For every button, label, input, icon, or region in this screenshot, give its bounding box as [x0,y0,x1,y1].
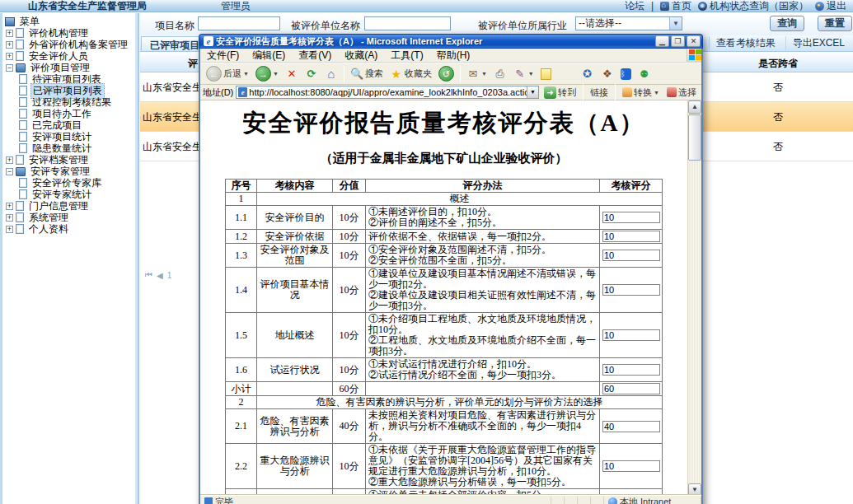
action-导出EXCEL[interactable]: 导出EXCEL [785,36,851,50]
address-url: http://localhost:8080/aqpj/UI/appro/exam… [249,87,527,97]
score-input[interactable] [602,212,660,223]
stop-icon: ✕ [285,68,298,81]
link-论坛[interactable]: 论坛 [625,0,644,13]
cross-province-cell: 否 [704,81,852,95]
toolbar-search-button[interactable]: 🔍搜索 [348,67,386,82]
toolbar-back-button[interactable]: ←后退▼ [204,65,251,82]
first-page-icon[interactable]: ⏮ [145,270,152,280]
row-method: ①安全评价对象及范围阐述不清，扣5分。 ②安全评价范围不全面，扣5分。 [366,244,600,268]
toolbar-print-button[interactable]: ⎙ [491,67,509,82]
toolbar-bluetooth-button[interactable]: ᛒ [618,68,634,81]
toolbar-stop-button[interactable]: ✕ [283,67,301,82]
tree-toggle-icon[interactable]: − [6,168,13,175]
links-button[interactable]: 链接 [588,86,611,100]
menu-编辑(E)[interactable]: 编辑(E) [246,49,292,63]
app-title: 山东省安全生产监督管理局 [28,0,147,13]
folder-icon [16,155,24,165]
tree-toggle-icon[interactable]: + [6,203,13,210]
toolbar-edit-button[interactable]: ✎▼ [511,67,537,82]
page-icon [19,178,27,188]
project-name-input[interactable] [198,16,280,30]
score-input[interactable] [602,421,660,432]
toolbar-add-favorite-button[interactable]: ✪ [579,67,597,82]
address-dropdown-icon[interactable]: ▼ [527,86,538,98]
score-input[interactable] [602,250,660,261]
tree-toggle-icon[interactable]: + [6,30,13,37]
messenger-icon: ⚉ [638,68,651,81]
toolbar-mail-button[interactable]: ✉▼ [464,67,490,82]
row-no: 2.2 [226,444,257,489]
reset-button[interactable]: 重置 [818,16,852,31]
row-method: ①未介绍项目工程地质、水文地质及环境地质情况，扣10分。 ②工程地质、水文地质及… [366,313,600,358]
link-org-status[interactable]: 机构状态查询（国家） [698,0,808,13]
maximize-button[interactable]: ❐ [671,35,685,47]
scrollbar-thumb[interactable] [688,114,701,161]
toolbar-refresh-button[interactable]: ⟳ [302,67,321,82]
tree-toggle-icon[interactable]: + [6,53,13,60]
score-row: 1.5地址概述10分①未介绍项目工程地质、水文地质及环境地质情况，扣10分。 ②… [226,313,663,358]
menu-tree: 菜单+评价机构管理+外省评价机构备案管理+安全评价人员−评价项目管理待评审项目列… [4,16,135,235]
subtotal-score-input[interactable] [602,383,660,394]
vertical-scrollbar[interactable]: ▲ ▼ [687,100,701,497]
ie-title-bar[interactable]: e 安全评价报告质量考核评分表（A） - Microsoft Internet … [199,34,703,49]
subtotal-score: 60分 [333,382,366,396]
row-method: ①未阐述评价目的，扣10分。 ②评价目的阐述不全，扣5分。 [366,206,600,230]
page-number: 1 [167,271,172,280]
menu-文件(F)[interactable]: 文件(F) [200,49,246,63]
menu-收藏(A)[interactable]: 收藏(A) [338,49,384,63]
tree-toggle-icon[interactable]: + [6,156,13,164]
score-table-header: 序号考核内容分值评分办法考核评分 [226,180,663,193]
row-method: ①建设单位及建设项目基本情况阐述不清或错误，每少一项扣2分。 ②建设单位及建设项… [366,268,600,313]
score-input[interactable] [602,364,660,376]
industry-select[interactable]: --请选择-- ▼ [575,16,682,30]
menu-工具(T)[interactable]: 工具(T) [384,49,429,63]
document-title: 安全评价报告质量考核评分表（A） [200,107,687,140]
score-row: 1.1安全评价目的10分①未阐述评价目的，扣10分。 ②评价目的阐述不全，扣5分… [226,206,663,230]
tree-toggle-icon[interactable]: + [6,41,13,49]
unit-name-input[interactable] [364,16,451,30]
tree-toggle-icon[interactable]: + [6,226,13,233]
tree-toggle-icon[interactable]: − [6,64,13,72]
sidebar-item-个人资料[interactable]: +个人资料 [4,223,135,235]
link-home[interactable]: 首页 [660,0,691,13]
document-subtitle: （适用于金属非金属地下矿山企业验收评价） [200,151,687,166]
scroll-up-icon[interactable]: ▲ [688,100,701,114]
toolbar-notes-button[interactable] [538,68,554,81]
link-logout[interactable]: 退出 [815,0,846,13]
toolbar-home-button[interactable]: ⌂ [322,67,340,82]
folder-icon [16,28,24,38]
score-row: 1.4评价项目基本情况10分①建设单位及建设项目基本情况阐述不清或错误，每少一项… [226,268,663,313]
action-查看考核结果[interactable]: 查看考核结果 [709,36,782,50]
close-button[interactable]: ✕ [687,35,701,47]
toolbar-research-button[interactable]: ❖ [598,67,616,82]
address-input[interactable]: e http://localhost:8080/aqpj/UI/appro/ex… [236,86,539,99]
tree-toggle-icon[interactable]: + [6,214,13,222]
menu-帮助(H)[interactable]: 帮助(H) [430,49,477,63]
select-button[interactable]: 选择 [664,86,699,100]
toolbar-history-button[interactable]: ↺ [436,65,457,82]
score-input[interactable] [602,329,660,341]
go-button[interactable]: ➜ 转到 [541,86,579,100]
score-input[interactable] [602,284,660,296]
toolbar-favorites-button[interactable]: ★收藏夹 [387,67,434,82]
notes-icon [541,68,551,80]
menu-查看(V)[interactable]: 查看(V) [292,49,338,63]
edit-icon: ✎ [513,68,527,81]
favorites-icon: ★ [390,68,403,81]
prev-page-icon[interactable]: ◀ [157,271,163,280]
convert-button[interactable]: 转换 ▼ [620,86,662,100]
row-value-cell [600,409,663,444]
score-input[interactable] [602,231,660,242]
sidebar-splitter[interactable] [135,13,139,504]
row-no: 1.2 [226,230,257,244]
minimize-button[interactable]: ▁ [655,35,669,47]
row-content: 安全评价目的 [257,206,333,230]
toolbar-forward-button[interactable]: →▼ [253,65,281,82]
ie-popup-window: e 安全评价报告质量考核评分表（A） - Microsoft Internet … [199,34,703,504]
chevron-down-icon[interactable]: ▼ [669,17,682,30]
query-button[interactable]: 查询 [770,16,804,31]
score-input[interactable] [602,460,660,472]
page-icon [19,97,27,107]
toolbar-messenger-button[interactable]: ⚉ [635,67,654,82]
ie-menu-bar: 文件(F)编辑(E)查看(V)收藏(A)工具(T)帮助(H) [200,49,701,63]
